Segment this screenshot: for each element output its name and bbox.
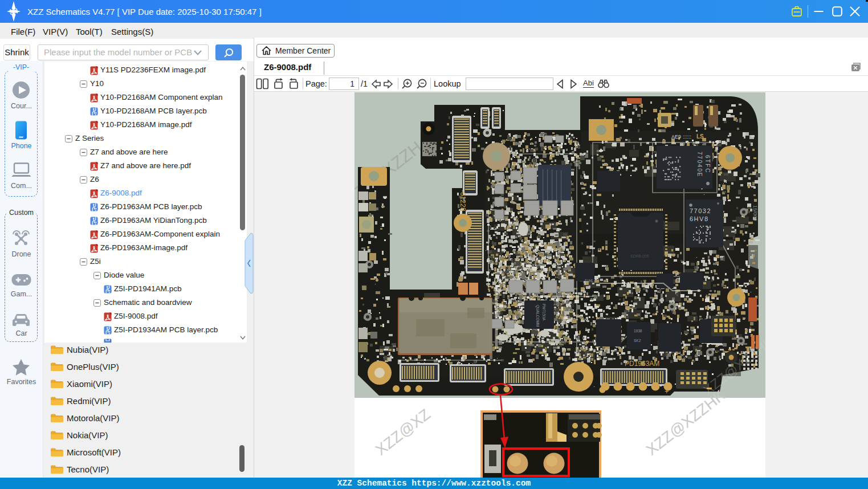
- svg-text:1938: 1938: [634, 329, 642, 333]
- svg-text:9472: 9472: [584, 279, 593, 283]
- svg-text:SK2: SK2: [634, 339, 641, 343]
- svg-text:15/060: 15/060: [752, 205, 758, 221]
- svg-text:6HV8: 6HV8: [690, 215, 709, 222]
- svg-text:AE9: AE9: [671, 134, 681, 140]
- svg-text:LS: LS: [696, 133, 704, 140]
- svg-text:::::::: ::::::: [683, 134, 691, 140]
- svg-text:6TFC: 6TFC: [704, 155, 711, 173]
- svg-text:77040E: 77040E: [696, 152, 703, 177]
- svg-text:PD1963AM: PD1963AM: [625, 360, 659, 368]
- svg-text:QUALCOMM: QUALCOMM: [535, 305, 540, 327]
- svg-text:-01228: -01228: [459, 190, 467, 211]
- svg-text:77032: 77032: [690, 207, 711, 214]
- svg-text:SDR8 005: SDR8 005: [630, 254, 649, 258]
- svg-text:PW7150A: PW7150A: [542, 304, 546, 321]
- svg-text:+: +: [665, 387, 669, 396]
